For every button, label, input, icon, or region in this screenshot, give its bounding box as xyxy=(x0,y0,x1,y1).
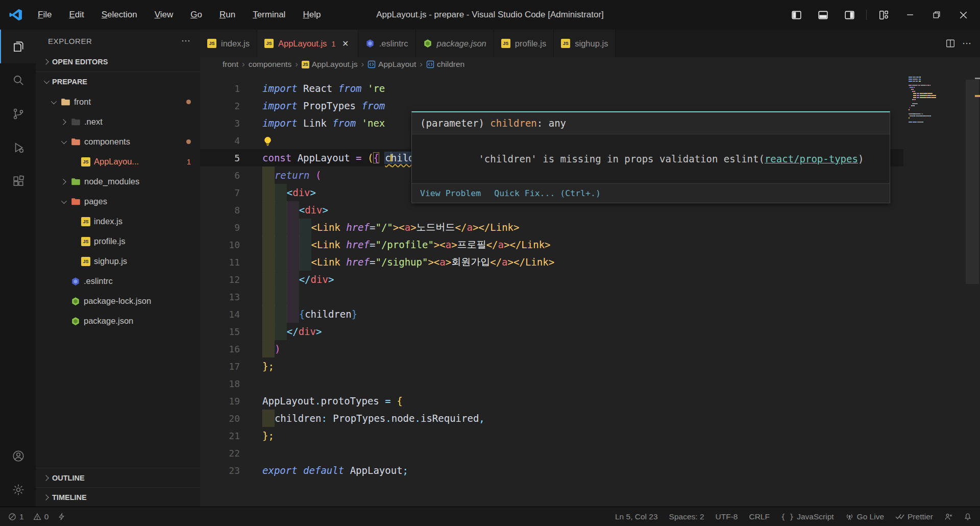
menu-go[interactable]: Go xyxy=(184,7,208,23)
minimap[interactable] xyxy=(909,77,962,124)
breadcrumb-item-children[interactable]: children xyxy=(426,60,464,69)
code-line-15[interactable]: 15 </div> xyxy=(200,323,903,340)
minimize-button[interactable] xyxy=(898,5,922,25)
error-icon xyxy=(8,513,16,521)
tree-item-package.json[interactable]: package.json xyxy=(36,311,200,331)
code-line-18[interactable]: 18 xyxy=(200,375,903,392)
tab-index.js[interactable]: JSindex.js xyxy=(200,30,257,57)
breadcrumb-item-applayout.js[interactable]: JSAppLayout.js xyxy=(302,60,358,69)
code-line-19[interactable]: 19AppLayout.protoTypes = { xyxy=(200,392,903,410)
code-line-17[interactable]: 17}; xyxy=(200,357,903,375)
code-line-23[interactable]: 23export default AppLayout; xyxy=(200,462,903,479)
tab-.eslintrc[interactable]: .eslintrc xyxy=(358,30,416,57)
split-editor-icon[interactable] xyxy=(946,39,955,48)
activitybar-search-icon[interactable] xyxy=(0,63,36,97)
menu-view[interactable]: View xyxy=(149,7,180,23)
code-line-8[interactable]: 8 <div> xyxy=(200,201,903,219)
code-line-22[interactable]: 22 xyxy=(200,444,903,462)
breadcrumb-item-components[interactable]: components xyxy=(249,60,291,69)
status-error[interactable]: 1 xyxy=(8,512,24,521)
menu-selection[interactable]: Selection xyxy=(95,7,143,23)
activitybar-settings-icon[interactable] xyxy=(0,473,36,507)
chevron-down-icon[interactable] xyxy=(49,100,57,104)
tree-item-index.js[interactable]: JSindex.js xyxy=(36,211,200,231)
editor-more-actions-icon[interactable]: ⋯ xyxy=(962,38,972,49)
quick-fix-link[interactable]: Quick Fix... (Ctrl+.) xyxy=(494,188,601,198)
activitybar-extensions-icon[interactable] xyxy=(0,164,36,198)
tab-sighup.js[interactable]: JSsighup.js xyxy=(554,30,616,57)
tree-item-front[interactable]: front xyxy=(36,92,200,112)
tree-item-.eslintrc[interactable]: .eslintrc xyxy=(36,271,200,291)
project-section[interactable]: PREPARE xyxy=(36,71,200,91)
close-button[interactable] xyxy=(951,5,975,25)
menu-edit[interactable]: Edit xyxy=(63,7,90,23)
outline-section[interactable]: OUTLINE xyxy=(36,468,200,487)
code-line-21[interactable]: 21}; xyxy=(200,427,903,444)
modified-dot xyxy=(186,100,191,104)
open-editors-section[interactable]: OPEN EDITORS xyxy=(36,52,200,71)
tree-item-sighup.js[interactable]: JSsighup.js xyxy=(36,251,200,271)
code-token: </ xyxy=(478,222,490,233)
status-utf-8[interactable]: UTF-8 xyxy=(716,512,738,521)
lightbulb-icon[interactable] xyxy=(262,135,273,147)
activitybar-account-icon[interactable] xyxy=(0,439,36,473)
menu-run[interactable]: Run xyxy=(213,7,241,23)
tree-item-applayou...[interactable]: JSAppLayou...1 xyxy=(36,152,200,172)
tree-item-profile.js[interactable]: JSprofile.js xyxy=(36,231,200,251)
restore-button[interactable] xyxy=(925,5,948,25)
tab-package.json[interactable]: package.json xyxy=(416,30,494,57)
layout-sidebar-left-icon[interactable] xyxy=(785,5,808,25)
activitybar-source-control-icon[interactable] xyxy=(0,97,36,131)
code-line-9[interactable]: 9 <Link href="/"><a>노드버드</a></Link> xyxy=(200,219,903,236)
timeline-section[interactable]: TIMELINE xyxy=(36,487,200,507)
code-line-13[interactable]: 13 xyxy=(200,288,903,305)
chevron-right-icon[interactable] xyxy=(59,180,67,184)
chevron-right-icon[interactable] xyxy=(59,120,67,124)
status-ln-5-col-23[interactable]: Ln 5, Col 23 xyxy=(615,512,658,521)
menu-help[interactable]: Help xyxy=(297,7,327,23)
layout-panel-icon[interactable] xyxy=(811,5,835,25)
code-line-16[interactable]: 16 ) xyxy=(200,340,903,357)
code-token xyxy=(310,170,315,181)
status-bell-icon[interactable] xyxy=(964,513,972,521)
view-problem-link[interactable]: View Problem xyxy=(420,188,481,198)
tree-item-components[interactable]: components xyxy=(36,132,200,152)
layout-sidebar-right-icon[interactable] xyxy=(838,5,861,25)
explorer-more-actions[interactable]: ⋯ xyxy=(181,35,191,46)
menu-file[interactable]: File xyxy=(32,7,58,23)
tree-item-package-lock.json[interactable]: package-lock.json xyxy=(36,291,200,311)
warning-icon xyxy=(33,513,41,521)
tree-item-node-modules[interactable]: node_modules xyxy=(36,172,200,192)
tree-item-.next[interactable]: .next xyxy=(36,112,200,132)
code-line-11[interactable]: 11 <Link href="/sighup"><a>회원가입</a></Lin… xyxy=(200,253,903,271)
eslint-rule-link[interactable]: react/prop-types xyxy=(765,153,858,164)
status-check-double[interactable]: Prettier xyxy=(895,512,933,521)
chevron-down-icon[interactable] xyxy=(59,200,67,204)
status-zap-icon[interactable] xyxy=(58,513,65,521)
code-line-10[interactable]: 10 <Link href="/profile"><a>프로필</a></Lin… xyxy=(200,236,903,253)
code-line-1[interactable]: 1import React from 're xyxy=(200,80,903,97)
status-braces[interactable]: { }JavaScript xyxy=(781,512,834,521)
code-line-20[interactable]: 20 children: PropTypes.node.isRequired, xyxy=(200,410,903,427)
status-warning[interactable]: 0 xyxy=(33,512,49,521)
code-line-12[interactable]: 12 </div> xyxy=(200,271,903,288)
code-line-14[interactable]: 14 {children} xyxy=(200,305,903,323)
tab-profile.js[interactable]: JSprofile.js xyxy=(494,30,554,57)
breadcrumb-item-applayout[interactable]: AppLayout xyxy=(368,60,416,69)
eslint-icon xyxy=(365,39,375,48)
tab-close-icon[interactable]: ✕ xyxy=(340,39,351,49)
status-broadcast[interactable]: Go Live xyxy=(845,512,884,521)
scrollbar-slider[interactable] xyxy=(966,80,979,284)
status-person-icon[interactable] xyxy=(944,513,952,521)
tab-applayout.js[interactable]: JSAppLayout.js1✕ xyxy=(257,30,358,57)
code-editor[interactable]: 1import React from 're2import PropTypes … xyxy=(200,71,980,507)
status-crlf[interactable]: CRLF xyxy=(749,512,769,521)
activitybar-run-debug-icon[interactable] xyxy=(0,131,36,164)
breadcrumb-item-front[interactable]: front xyxy=(223,60,238,69)
chevron-down-icon[interactable] xyxy=(59,140,67,144)
customize-layout-icon[interactable] xyxy=(872,5,895,25)
tree-item-pages[interactable]: pages xyxy=(36,192,200,211)
menu-terminal[interactable]: Terminal xyxy=(247,7,291,23)
activitybar-explorer-icon[interactable] xyxy=(0,30,36,63)
status-spaces-2[interactable]: Spaces: 2 xyxy=(669,512,704,521)
